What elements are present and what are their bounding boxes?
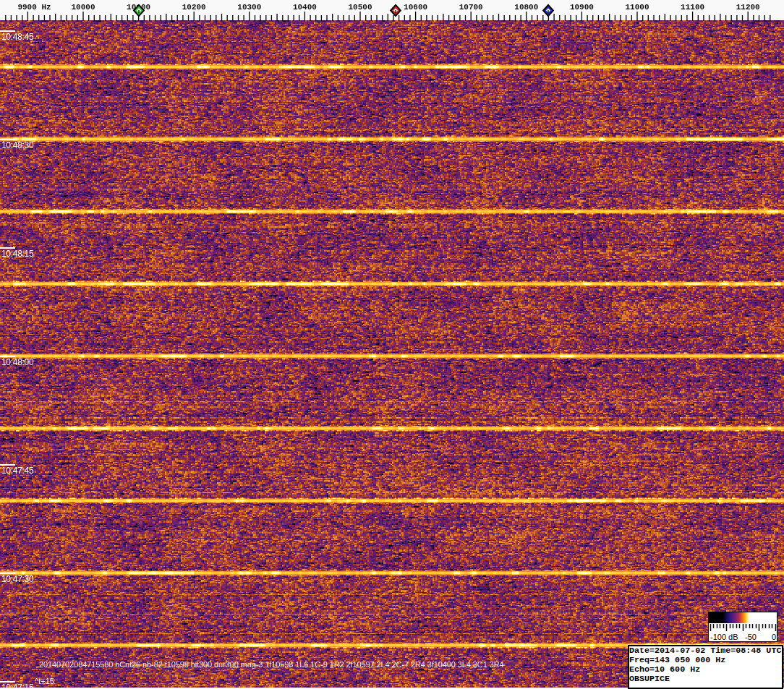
svg-text:10500: 10500 <box>348 3 372 12</box>
svg-text:10300: 10300 <box>237 3 261 12</box>
svg-text:10600: 10600 <box>404 3 427 12</box>
svg-text:10000: 10000 <box>71 3 95 12</box>
svg-text:10700: 10700 <box>459 3 483 12</box>
svg-text:10800: 10800 <box>514 3 538 12</box>
svg-text:11100: 11100 <box>681 3 704 12</box>
svg-text:11200: 11200 <box>736 3 760 12</box>
svg-text:10200: 10200 <box>182 3 206 12</box>
svg-text:10900: 10900 <box>570 3 594 12</box>
svg-text:9900 Hz: 9900 Hz <box>17 3 51 12</box>
svg-text:10400: 10400 <box>293 3 317 12</box>
svg-text:11000: 11000 <box>625 3 649 12</box>
